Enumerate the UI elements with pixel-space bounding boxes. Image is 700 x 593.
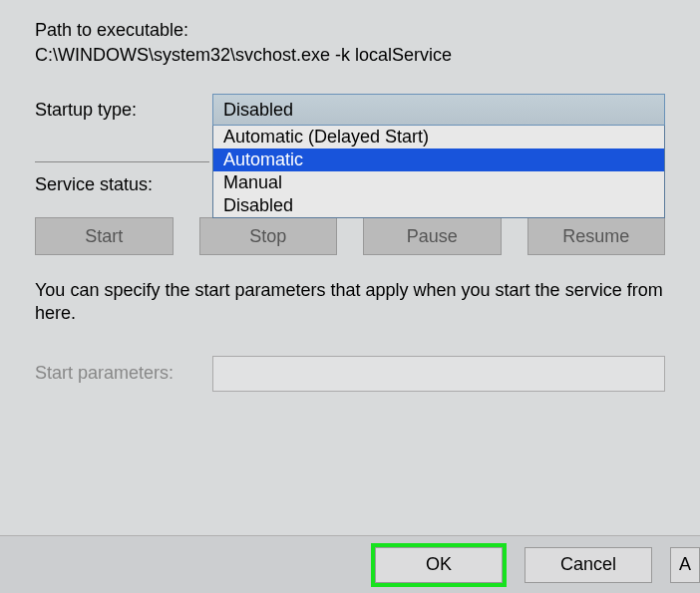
startup-type-dropdown[interactable]: Disabled Automatic (Delayed Start) Autom… (212, 94, 665, 126)
start-parameters-input[interactable] (212, 356, 665, 392)
dropdown-option-manual[interactable]: Manual (213, 171, 664, 194)
dropdown-option-automatic[interactable]: Automatic (213, 148, 664, 171)
dropdown-option-disabled[interactable]: Disabled (213, 194, 664, 217)
helper-text: You can specify the start parameters tha… (35, 279, 665, 326)
apply-button[interactable]: A (670, 547, 700, 583)
path-label: Path to executable: (35, 20, 665, 41)
dropdown-option-delayed[interactable]: Automatic (Delayed Start) (213, 126, 664, 148)
start-button[interactable]: Start (35, 217, 174, 255)
dropdown-selected-value[interactable]: Disabled (212, 94, 665, 126)
pause-button[interactable]: Pause (363, 217, 502, 255)
cancel-button[interactable]: Cancel (525, 547, 652, 583)
stop-button[interactable]: Stop (199, 217, 338, 255)
ok-highlight: OK (371, 543, 507, 587)
startup-type-label: Startup type: (35, 94, 212, 121)
dropdown-list[interactable]: Automatic (Delayed Start) Automatic Manu… (212, 126, 665, 218)
service-status-label: Service status: (35, 174, 212, 195)
resume-button[interactable]: Resume (527, 217, 666, 255)
dialog-footer: OK Cancel A (0, 535, 700, 593)
start-parameters-label: Start parameters: (35, 363, 212, 384)
divider (35, 161, 209, 162)
path-value: C:\WINDOWS\system32\svchost.exe -k local… (35, 45, 665, 66)
ok-button[interactable]: OK (375, 547, 503, 583)
